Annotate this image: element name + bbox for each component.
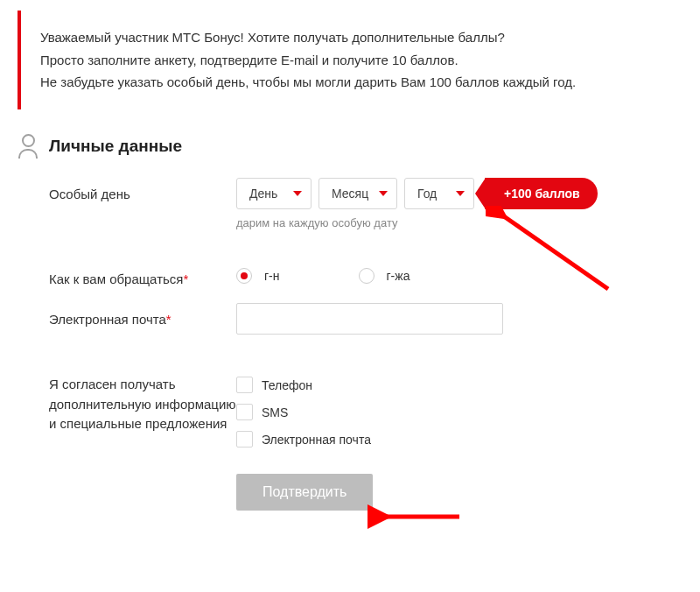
- person-icon: [18, 134, 38, 159]
- checkbox-phone[interactable]: Телефон: [236, 377, 682, 393]
- email-field[interactable]: [236, 303, 503, 335]
- checkbox-sms-label: SMS: [262, 405, 288, 419]
- radio-mrs-label: г-жа: [387, 269, 410, 283]
- month-select-value: Месяц: [332, 187, 368, 201]
- radio-mrs[interactable]: г-жа: [359, 268, 410, 284]
- email-label: Электронная почта*: [18, 303, 236, 330]
- info-line-1: Уважаемый участник МТС Бонус! Хотите пол…: [40, 26, 665, 49]
- consent-label: Я согласен получать дополнительную инфор…: [18, 373, 236, 434]
- day-select[interactable]: День: [236, 178, 312, 209]
- radio-mr[interactable]: г-н: [236, 268, 280, 284]
- required-asterisk: *: [166, 312, 172, 327]
- chevron-down-icon: [456, 191, 465, 196]
- checkbox-icon: [236, 431, 253, 448]
- required-asterisk: *: [183, 271, 188, 286]
- year-select[interactable]: Год: [404, 178, 474, 209]
- section-header: Личные данные: [18, 134, 682, 159]
- checkbox-email[interactable]: Электронная почта: [236, 431, 682, 448]
- info-box: Уважаемый участник МТС Бонус! Хотите пол…: [18, 11, 682, 109]
- radio-icon: [236, 268, 252, 284]
- radio-icon: [359, 268, 374, 284]
- bonus-badge: +100 баллов: [485, 178, 598, 209]
- info-line-3: Не забудьте указать особый день, чтобы м…: [40, 71, 665, 94]
- year-select-value: Год: [417, 187, 437, 201]
- checkbox-email-label: Электронная почта: [262, 433, 371, 447]
- checkbox-phone-label: Телефон: [262, 378, 312, 392]
- checkbox-sms[interactable]: SMS: [236, 404, 682, 420]
- month-select[interactable]: Месяц: [318, 178, 397, 209]
- special-day-label: Особый день: [18, 178, 236, 205]
- radio-mr-label: г-н: [264, 269, 280, 283]
- checkbox-icon: [236, 404, 253, 420]
- submit-button[interactable]: Подтвердить: [236, 474, 373, 511]
- special-day-hint: дарим на каждую особую дату: [236, 216, 682, 229]
- checkbox-icon: [236, 377, 253, 393]
- chevron-down-icon: [379, 191, 388, 196]
- section-title: Личные данные: [49, 137, 182, 156]
- chevron-down-icon: [293, 191, 302, 196]
- info-line-2: Просто заполните анкету, подтвердите E-m…: [40, 49, 665, 72]
- salutation-label: Как к вам обращаться*: [18, 263, 236, 290]
- day-select-value: День: [249, 187, 277, 201]
- bonus-badge-text: +100 баллов: [504, 187, 580, 201]
